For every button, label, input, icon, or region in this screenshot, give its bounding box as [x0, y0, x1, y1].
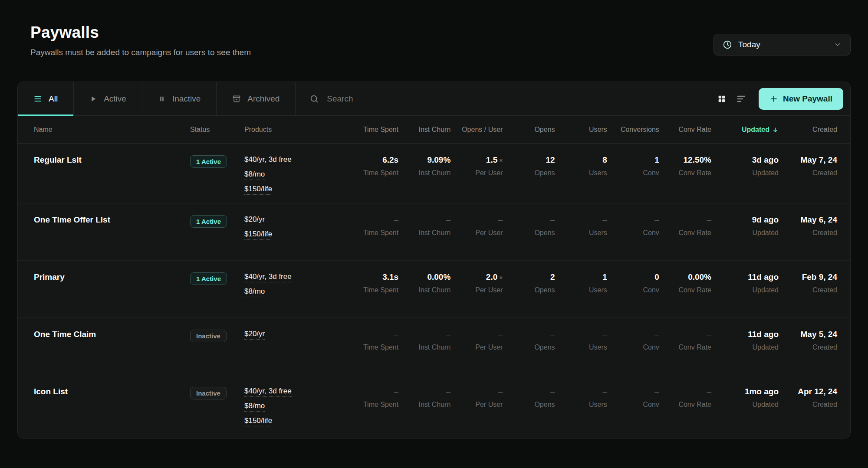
page: Paywalls Paywalls must be added to campa…	[0, 0, 868, 439]
metric-time_spent: –Time Spent	[346, 387, 398, 425]
product-item[interactable]: $40/yr, 3d free	[244, 387, 346, 396]
table-row[interactable]: Regular Lsit 1 Active $40/yr, 3d free$8/…	[18, 144, 850, 203]
metric-sublabel: Users	[555, 286, 607, 294]
metric-users: –Users	[555, 330, 607, 365]
products-list: $40/yr, 3d free$8/mo	[244, 272, 346, 308]
grid-view-button[interactable]	[717, 94, 727, 104]
table-row[interactable]: Icon List Inactive $40/yr, 3d free$8/mo$…	[18, 375, 850, 435]
tab-active[interactable]: Active	[74, 82, 142, 115]
metric-time_spent: 3.1sTime Spent	[346, 272, 398, 308]
product-item[interactable]: $40/yr, 3d free	[244, 272, 346, 281]
metric-sublabel: Updated	[711, 344, 779, 351]
metric-created: May 6, 24Created	[779, 215, 837, 251]
column-header-products[interactable]: Products	[244, 126, 346, 134]
metric-updated: 1mo agoUpdated	[711, 387, 779, 425]
metric-conv_rate: –Conv Rate	[659, 387, 711, 425]
metric-value: 11d ago	[711, 272, 779, 282]
metric-value: 9.09%	[398, 155, 450, 165]
column-header-users[interactable]: Users	[555, 126, 607, 134]
metric-sublabel: Conv Rate	[659, 344, 711, 351]
metric-inst_churn: –Inst Churn	[398, 215, 450, 251]
metric-value: May 6, 24	[779, 215, 837, 225]
column-header-created[interactable]: Created	[779, 126, 837, 134]
metric-opens_per_user: –Per User	[450, 387, 503, 425]
column-header-conv-rate[interactable]: Conv Rate	[659, 126, 711, 134]
status-cell: Inactive	[190, 330, 244, 365]
metric-conversions: 1Conv	[607, 155, 659, 193]
metric-value: –	[450, 387, 503, 396]
column-header-inst-churn[interactable]: Inst Churn	[398, 126, 450, 134]
metric-value: –	[659, 215, 711, 225]
column-header-opens[interactable]: Opens	[503, 126, 555, 134]
metric-sublabel: Conv Rate	[659, 401, 711, 409]
product-item[interactable]: $40/yr, 3d free	[244, 155, 346, 164]
metric-value: –	[607, 330, 659, 339]
column-header-name[interactable]: Name	[34, 126, 190, 134]
metric-sublabel: Updated	[711, 169, 779, 177]
product-item[interactable]: $20/yr	[244, 330, 346, 338]
tab-active-label: Active	[104, 94, 126, 104]
paywall-name: Primary	[34, 272, 65, 281]
tab-all[interactable]: All	[18, 82, 74, 115]
list-view-button[interactable]	[736, 94, 746, 104]
column-header-time-spent[interactable]: Time Spent	[346, 126, 398, 134]
products-list: $40/yr, 3d free$8/mo$150/life	[244, 155, 346, 193]
metric-updated: 3d agoUpdated	[711, 155, 779, 193]
metric-sublabel: Per User	[450, 286, 503, 294]
new-paywall-button[interactable]: New Paywall	[759, 88, 843, 110]
metric-updated: 11d agoUpdated	[711, 330, 779, 365]
column-header-conversions[interactable]: Conversions	[607, 126, 659, 134]
clock-icon	[723, 40, 732, 49]
metric-sublabel: Conv	[607, 344, 659, 351]
metric-sublabel: Opens	[503, 344, 555, 351]
product-item[interactable]: $150/life	[244, 185, 346, 193]
search-input[interactable]	[326, 94, 703, 104]
column-header-updated[interactable]: Updated	[711, 126, 779, 134]
metric-sublabel: Conv Rate	[659, 286, 711, 294]
product-item[interactable]: $150/life	[244, 230, 346, 239]
status-badge: Inactive	[190, 330, 227, 342]
column-header-status[interactable]: Status	[190, 126, 244, 134]
status-cell: 1 Active	[190, 155, 244, 193]
table-row[interactable]: One Time Claim Inactive $20/yr –Time Spe…	[18, 318, 850, 375]
view-toggles	[717, 82, 759, 115]
sort-arrow-down-icon	[772, 127, 779, 133]
metric-sublabel: Opens	[503, 169, 555, 177]
products-list: $20/yr	[244, 330, 346, 365]
metric-value: 2.0×	[450, 272, 503, 282]
name-cell: One Time Claim	[34, 330, 190, 365]
new-paywall-label: New Paywall	[783, 94, 832, 104]
table-row[interactable]: One Time Offer List 1 Active $20/yr$150/…	[18, 203, 850, 261]
metric-value: –	[659, 387, 711, 396]
metric-sublabel: Inst Churn	[398, 229, 450, 237]
product-item[interactable]: $8/mo	[244, 287, 346, 296]
metric-value: –	[346, 330, 398, 339]
tab-archived[interactable]: Archived	[217, 82, 296, 115]
product-item[interactable]: $8/mo	[244, 170, 346, 179]
column-header-opens-user[interactable]: Opens / User	[450, 126, 503, 134]
metric-sublabel: Per User	[450, 169, 503, 177]
tab-inactive[interactable]: Inactive	[142, 82, 217, 115]
metric-sublabel: Inst Churn	[398, 344, 450, 351]
metric-value: May 7, 24	[779, 155, 837, 165]
product-item[interactable]: $150/life	[244, 416, 346, 425]
paywall-name: Regular Lsit	[34, 155, 82, 164]
table-row[interactable]: Primary 1 Active $40/yr, 3d free$8/mo 3.…	[18, 261, 850, 318]
metric-value: –	[503, 330, 555, 339]
metric-value: –	[555, 387, 607, 396]
product-item[interactable]: $20/yr	[244, 215, 346, 224]
metric-created: May 7, 24Created	[779, 155, 837, 193]
metric-inst_churn: –Inst Churn	[398, 387, 450, 425]
status-badge: Inactive	[190, 387, 227, 399]
metric-value: 1mo ago	[711, 387, 779, 396]
metric-value: 0.00%	[398, 272, 450, 282]
metric-value: –	[450, 330, 503, 339]
metric-sublabel: Inst Churn	[398, 286, 450, 294]
product-item[interactable]: $8/mo	[244, 402, 346, 410]
metric-value: 12	[503, 155, 555, 165]
metric-value: –	[607, 387, 659, 396]
metric-sublabel: Time Spent	[346, 401, 398, 409]
metric-opens_per_user: 2.0×Per User	[450, 272, 503, 308]
metric-created: Feb 9, 24Created	[779, 272, 837, 308]
date-filter-dropdown[interactable]: Today	[713, 34, 851, 56]
